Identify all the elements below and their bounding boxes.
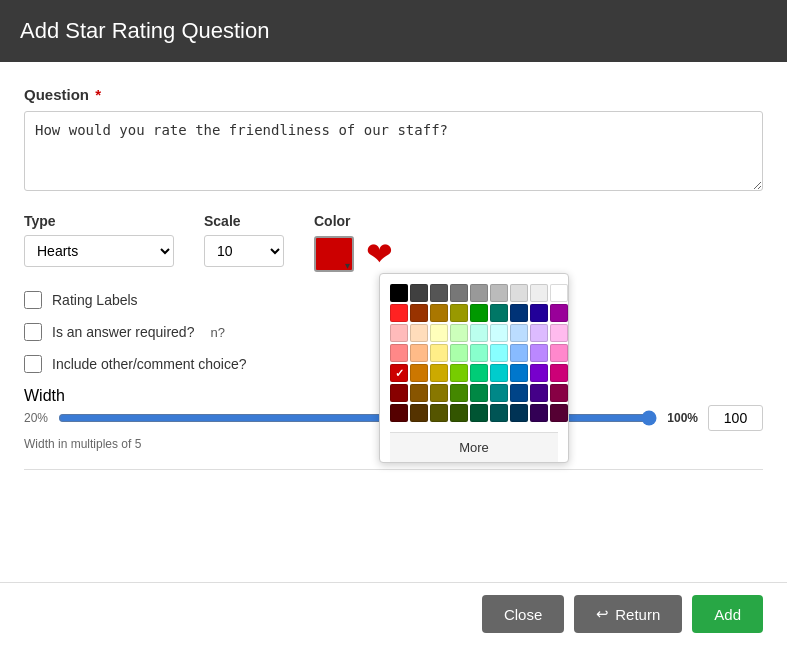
- color-cell[interactable]: [510, 384, 528, 402]
- color-cell[interactable]: [470, 344, 488, 362]
- width-min-label: 20%: [24, 411, 48, 425]
- color-group: Color ❤: [314, 213, 393, 273]
- answer-required-hint: n?: [210, 325, 224, 340]
- color-cell[interactable]: [410, 344, 428, 362]
- color-cell[interactable]: [490, 404, 508, 422]
- question-label: Question *: [24, 86, 763, 103]
- color-cell[interactable]: [390, 344, 408, 362]
- color-cell[interactable]: [550, 304, 568, 322]
- modal-header: Add Star Rating Question: [0, 0, 787, 62]
- color-cell[interactable]: [530, 344, 548, 362]
- color-cell[interactable]: [410, 324, 428, 342]
- color-cell[interactable]: [470, 324, 488, 342]
- color-cell[interactable]: [390, 404, 408, 422]
- scale-select[interactable]: 12345 678910: [204, 235, 284, 267]
- answer-required-label[interactable]: Is an answer required?: [52, 324, 194, 340]
- rating-labels-label[interactable]: Rating Labels: [52, 292, 138, 308]
- color-cell[interactable]: [490, 284, 508, 302]
- color-cell-selected[interactable]: [390, 364, 408, 382]
- color-cell[interactable]: [490, 304, 508, 322]
- color-cell[interactable]: [550, 324, 568, 342]
- color-cell[interactable]: [510, 344, 528, 362]
- color-cell[interactable]: [450, 324, 468, 342]
- color-cell[interactable]: [450, 284, 468, 302]
- color-cell[interactable]: [510, 284, 528, 302]
- modal-title: Add Star Rating Question: [20, 18, 269, 43]
- color-cell[interactable]: [450, 384, 468, 402]
- color-cell[interactable]: [510, 404, 528, 422]
- color-cell[interactable]: [530, 364, 548, 382]
- color-cell[interactable]: [510, 364, 528, 382]
- rating-labels-checkbox[interactable]: [24, 291, 42, 309]
- color-cell[interactable]: [470, 384, 488, 402]
- color-cell[interactable]: [430, 284, 448, 302]
- color-cell[interactable]: [550, 344, 568, 362]
- color-cell[interactable]: [450, 404, 468, 422]
- width-label: Width: [24, 387, 65, 404]
- color-cell[interactable]: [530, 324, 548, 342]
- color-cell[interactable]: [450, 304, 468, 322]
- color-cell[interactable]: [550, 284, 568, 302]
- color-cell[interactable]: [430, 304, 448, 322]
- color-cell[interactable]: [410, 404, 428, 422]
- color-cell[interactable]: [430, 384, 448, 402]
- return-arrow-icon: ↩: [596, 605, 609, 623]
- modal-body: Question * How would you rate the friend…: [0, 62, 787, 582]
- return-label: Return: [615, 606, 660, 623]
- color-cell[interactable]: [470, 284, 488, 302]
- scale-group: Scale 12345 678910: [204, 213, 284, 267]
- question-textarea[interactable]: How would you rate the friendliness of o…: [24, 111, 763, 191]
- color-cell[interactable]: [390, 284, 408, 302]
- controls-row: Type Hearts Stars Thumbs Scale 12345 678…: [24, 213, 763, 273]
- color-cell[interactable]: [490, 364, 508, 382]
- color-cell[interactable]: [390, 324, 408, 342]
- color-cell[interactable]: [550, 364, 568, 382]
- color-cell[interactable]: [550, 384, 568, 402]
- color-cell[interactable]: [410, 384, 428, 402]
- color-cell[interactable]: [510, 324, 528, 342]
- color-cell[interactable]: [430, 344, 448, 362]
- more-colors-button[interactable]: More: [390, 432, 558, 462]
- heart-preview-icon: ❤: [366, 235, 393, 273]
- color-cell[interactable]: [410, 304, 428, 322]
- color-cell[interactable]: [470, 404, 488, 422]
- color-cell[interactable]: [490, 344, 508, 362]
- close-button[interactable]: Close: [482, 595, 564, 633]
- color-cell[interactable]: [530, 304, 548, 322]
- color-cell[interactable]: [450, 344, 468, 362]
- include-other-checkbox[interactable]: [24, 355, 42, 373]
- color-cell[interactable]: [530, 284, 548, 302]
- color-cell[interactable]: [410, 284, 428, 302]
- width-input[interactable]: 100: [708, 405, 763, 431]
- answer-required-checkbox[interactable]: [24, 323, 42, 341]
- color-swatch-button[interactable]: [314, 236, 354, 272]
- color-cell[interactable]: [470, 364, 488, 382]
- color-cell[interactable]: [430, 324, 448, 342]
- required-marker: *: [95, 86, 101, 103]
- question-group: Question * How would you rate the friend…: [24, 86, 763, 195]
- color-label: Color: [314, 213, 393, 229]
- color-cell[interactable]: [430, 364, 448, 382]
- color-cell[interactable]: [390, 384, 408, 402]
- type-label: Type: [24, 213, 174, 229]
- color-cell[interactable]: [530, 404, 548, 422]
- color-cell[interactable]: [510, 304, 528, 322]
- type-select[interactable]: Hearts Stars Thumbs: [24, 235, 174, 267]
- color-cell[interactable]: [410, 364, 428, 382]
- color-cell[interactable]: [550, 404, 568, 422]
- color-cell[interactable]: [530, 384, 548, 402]
- return-button[interactable]: ↩ Return: [574, 595, 682, 633]
- color-display-row: ❤: [314, 235, 393, 273]
- add-button[interactable]: Add: [692, 595, 763, 633]
- width-max-label: 100%: [667, 411, 698, 425]
- color-cell[interactable]: [470, 304, 488, 322]
- color-cell[interactable]: [450, 364, 468, 382]
- color-cell[interactable]: [490, 384, 508, 402]
- color-cell[interactable]: [390, 304, 408, 322]
- color-cell[interactable]: [490, 324, 508, 342]
- scale-label: Scale: [204, 213, 284, 229]
- modal-footer: Close ↩ Return Add: [0, 582, 787, 645]
- include-other-label[interactable]: Include other/comment choice?: [52, 356, 247, 372]
- color-picker-popup: More: [379, 273, 569, 463]
- color-cell[interactable]: [430, 404, 448, 422]
